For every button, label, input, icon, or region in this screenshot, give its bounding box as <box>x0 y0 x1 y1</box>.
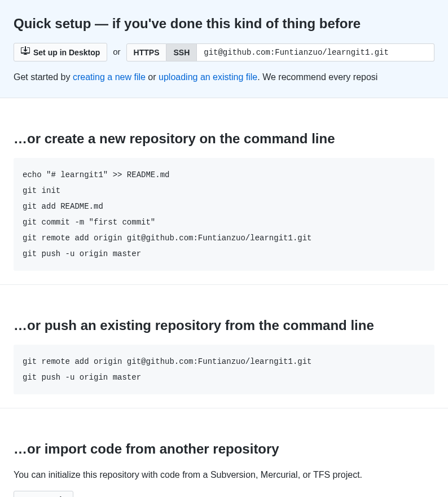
quick-setup-panel: Quick setup — if you've done this kind o… <box>0 0 448 98</box>
setup-desktop-label: Set up in Desktop <box>33 47 100 58</box>
import-heading: …or import code from another repository <box>14 439 434 459</box>
import-code-button[interactable]: Import code <box>14 491 73 497</box>
push-repo-heading: …or push an existing repository from the… <box>14 315 434 336</box>
create-repo-heading: …or create a new repository on the comma… <box>14 129 434 149</box>
get-started-suffix: . We recommend every reposi <box>257 72 377 82</box>
desktop-download-icon <box>21 46 30 58</box>
or-text: or <box>107 46 126 59</box>
push-repo-code[interactable]: git remote add origin git@github.com:Fun… <box>14 345 434 394</box>
get-started-prefix: Get started by <box>14 72 73 82</box>
create-repo-section: …or create a new repository on the comma… <box>0 115 448 285</box>
quick-setup-heading: Quick setup — if you've done this kind o… <box>14 14 434 34</box>
get-started-text: Get started by creating a new file or up… <box>14 71 434 84</box>
spacer <box>0 98 448 115</box>
create-repo-code[interactable]: echo "# learngit1" >> README.md git init… <box>14 158 434 271</box>
get-started-or: or <box>146 72 159 82</box>
setup-row: Set up in Desktop or HTTPS SSH <box>14 43 434 61</box>
push-repo-section: …or push an existing repository from the… <box>0 302 448 408</box>
setup-desktop-button[interactable]: Set up in Desktop <box>14 43 107 61</box>
spacer <box>0 285 448 302</box>
ssh-toggle[interactable]: SSH <box>166 43 197 61</box>
https-toggle[interactable]: HTTPS <box>126 43 167 61</box>
upload-file-link[interactable]: uploading an existing file <box>159 72 257 82</box>
import-section: …or import code from another repository … <box>0 425 448 497</box>
spacer <box>0 408 448 425</box>
import-description: You can initialize this repository with … <box>14 468 434 482</box>
clone-url-input[interactable] <box>197 43 434 61</box>
create-file-link[interactable]: creating a new file <box>73 72 146 82</box>
protocol-toggle-group: HTTPS SSH <box>126 43 197 61</box>
